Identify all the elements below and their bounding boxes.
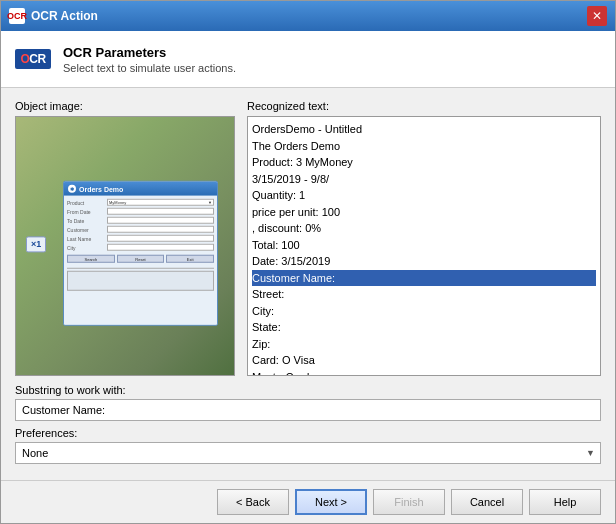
mini-mymoney: MyMoney	[108, 200, 208, 205]
mini-arrow-icon: ▼	[208, 200, 212, 205]
next-button[interactable]: Next >	[295, 489, 367, 515]
substring-field-group: Substring to work with:	[15, 384, 601, 421]
image-box: ×1 ✱ Orders Demo Product	[15, 116, 235, 376]
recognized-line[interactable]: Street:	[252, 286, 596, 303]
preferences-field-group: Preferences: NoneFirst occurrenceLast oc…	[15, 427, 601, 464]
left-panel: Object image: ×1 ✱ Orders Demo	[15, 100, 235, 376]
recognized-line[interactable]: 3/15/2019 - 9/8/	[252, 171, 596, 188]
mini-to-row: To Date	[67, 217, 214, 224]
mini-app-window: ✱ Orders Demo Product MyMoney ▼	[63, 181, 218, 326]
mini-from-row: From Date	[67, 208, 214, 215]
mini-btn-row: Search Reset Exit	[67, 255, 214, 263]
back-button[interactable]: < Back	[217, 489, 289, 515]
help-button[interactable]: Help	[529, 489, 601, 515]
mini-body: Product MyMoney ▼ From Date	[64, 196, 217, 325]
mini-customer-label: Customer	[67, 226, 105, 232]
bottom-section: Substring to work with: Preferences: Non…	[15, 384, 601, 468]
ocr-badge-overlay: ×1	[26, 236, 46, 252]
mini-title-bar: ✱ Orders Demo	[64, 182, 217, 196]
mini-reset-btn: Reset	[117, 255, 165, 263]
mini-from-field	[107, 208, 214, 215]
mini-search-btn: Search	[67, 255, 115, 263]
recognized-line[interactable]: Customer Name:	[252, 270, 596, 287]
recognized-line[interactable]: , discount: 0%	[252, 220, 596, 237]
header-subtext: Select text to simulate user actions.	[63, 62, 236, 74]
mini-results-area	[67, 268, 214, 291]
image-preview: ×1 ✱ Orders Demo Product	[16, 117, 234, 375]
preferences-select[interactable]: NoneFirst occurrenceLast occurrence	[15, 442, 601, 464]
substring-label: Substring to work with:	[15, 384, 601, 396]
recognized-line[interactable]: Date: 3/15/2019	[252, 253, 596, 270]
recognized-line[interactable]: Zip:	[252, 336, 596, 353]
mini-lastname-field	[107, 235, 214, 242]
substring-input[interactable]	[15, 399, 601, 421]
recognized-line[interactable]: Total: 100	[252, 237, 596, 254]
ocr-logo-text: OCR	[15, 49, 50, 69]
mini-icon: ✱	[68, 185, 76, 193]
recognized-line[interactable]: The Orders Demo	[252, 138, 596, 155]
recognized-line[interactable]: MasterCard	[252, 369, 596, 377]
preferences-select-wrapper: NoneFirst occurrenceLast occurrence	[15, 442, 601, 464]
ocr-logo: OCR	[15, 41, 51, 77]
two-panel: Object image: ×1 ✱ Orders Demo	[15, 100, 601, 376]
finish-button[interactable]: Finish	[373, 489, 445, 515]
recognized-text-box[interactable]: OrdersDemo - UntitledThe Orders DemoProd…	[247, 116, 601, 376]
main-window: OCR OCR Action ✕ OCR OCR Parameters Sele…	[0, 0, 616, 524]
window-icon: OCR	[9, 8, 25, 24]
recognized-line[interactable]: price per unit: 100	[252, 204, 596, 221]
mini-city-field	[107, 244, 214, 251]
header-heading: OCR Parameters	[63, 45, 236, 60]
recognized-line[interactable]: Card: O Visa	[252, 352, 596, 369]
header-text: OCR Parameters Select text to simulate u…	[63, 45, 236, 74]
mini-city-row: City	[67, 244, 214, 251]
preferences-label: Preferences:	[15, 427, 601, 439]
mini-product-select: MyMoney ▼	[107, 199, 214, 206]
mini-lastname-label: Last Name	[67, 235, 105, 241]
recognized-line[interactable]: Product: 3 MyMoney	[252, 154, 596, 171]
mini-exit-btn: Exit	[166, 255, 214, 263]
mini-city-label: City	[67, 244, 105, 250]
footer: < Back Next > Finish Cancel Help	[1, 480, 615, 523]
header-section: OCR OCR Parameters Select text to simula…	[1, 31, 615, 88]
recognized-line[interactable]: City:	[252, 303, 596, 320]
mini-from-label: From Date	[67, 208, 105, 214]
mini-product-row: Product MyMoney ▼	[67, 199, 214, 206]
right-panel: Recognized text: OrdersDemo - UntitledTh…	[247, 100, 601, 376]
x1-badge: ×1	[26, 236, 46, 252]
mini-customer-row: Customer	[67, 226, 214, 233]
cancel-button[interactable]: Cancel	[451, 489, 523, 515]
mini-title-text: Orders Demo	[79, 185, 123, 192]
close-button[interactable]: ✕	[587, 6, 607, 26]
mini-product-label: Product	[67, 199, 105, 205]
recognized-line[interactable]: Quantity: 1	[252, 187, 596, 204]
recognized-text-label: Recognized text:	[247, 100, 601, 112]
mini-to-label: To Date	[67, 217, 105, 223]
content-area: Object image: ×1 ✱ Orders Demo	[1, 88, 615, 480]
object-image-label: Object image:	[15, 100, 235, 112]
mini-results-grid	[67, 271, 214, 291]
mini-lastname-row: Last Name	[67, 235, 214, 242]
recognized-line[interactable]: OrdersDemo - Untitled	[252, 121, 596, 138]
mini-to-field	[107, 217, 214, 224]
mini-customer-field	[107, 226, 214, 233]
title-bar-text: OCR Action	[31, 9, 587, 23]
title-bar: OCR OCR Action ✕	[1, 1, 615, 31]
recognized-line[interactable]: State:	[252, 319, 596, 336]
